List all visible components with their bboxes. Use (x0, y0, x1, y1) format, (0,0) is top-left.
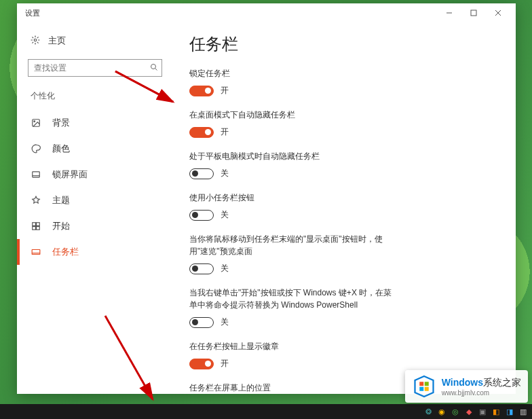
watermark: Windows系统之家 www.bjjmlv.com (405, 370, 528, 403)
svg-rect-9 (33, 172, 40, 177)
window-body: 主页 个性化 背景 颜色 (17, 22, 516, 394)
setting-label: 在任务栏按钮上显示徽章 (189, 340, 400, 352)
setting-label: 使用小任务栏按钮 (189, 192, 400, 204)
sidebar-item-colors[interactable]: 颜色 (17, 136, 173, 162)
watermark-suffix: 系统之家 (483, 377, 521, 388)
watermark-url: www.bjjmlv.com (442, 389, 521, 397)
toggle-small-buttons[interactable] (189, 210, 214, 221)
svg-point-5 (151, 65, 156, 69)
svg-rect-22 (419, 387, 423, 391)
toggle-state: 关 (221, 209, 229, 221)
setting-label: 任务栏在屏幕上的位置 (189, 382, 400, 394)
svg-rect-11 (33, 223, 36, 226)
sidebar-item-start[interactable]: 开始 (17, 213, 173, 239)
page-title: 任务栏 (189, 33, 499, 55)
gear-icon (31, 35, 40, 47)
toggle-state: 开 (221, 126, 229, 138)
toggle-state: 关 (221, 263, 229, 274)
toggle-row-small-buttons: 关 (189, 209, 499, 221)
sidebar-item-label: 背景 (52, 117, 70, 129)
search-icon (150, 63, 158, 73)
toggle-row-lock: 开 (189, 85, 499, 96)
setting-label: 锁定任务栏 (189, 67, 400, 79)
toggle-lock-taskbar[interactable] (189, 86, 214, 96)
search-input[interactable] (28, 59, 162, 77)
toggle-state: 关 (221, 316, 229, 328)
setting-label: 处于平板电脑模式时自动隐藏任务栏 (189, 150, 400, 162)
svg-rect-1 (471, 10, 476, 16)
svg-rect-15 (32, 250, 40, 255)
toggle-row-autohide-desktop: 开 (189, 126, 499, 138)
toggle-row-powershell: 关 (189, 316, 499, 328)
system-tray: ❂ ◉ ◎ ◆ ▣ ◧ ◨ ▥ (423, 407, 528, 416)
tray-icon[interactable]: ◧ (491, 407, 501, 416)
svg-point-8 (34, 121, 35, 122)
sidebar-home-label: 主页 (48, 35, 66, 47)
picture-icon (31, 118, 41, 128)
search-box (28, 59, 162, 77)
svg-point-4 (34, 39, 37, 41)
maximize-button[interactable] (461, 5, 486, 21)
window-controls (437, 5, 510, 21)
toggle-state: 关 (221, 168, 229, 179)
start-icon (31, 221, 41, 231)
svg-rect-21 (424, 382, 428, 386)
close-button[interactable] (486, 5, 510, 21)
sidebar-home[interactable]: 主页 (17, 28, 173, 54)
sidebar-item-label: 任务栏 (52, 246, 79, 258)
sidebar-item-themes[interactable]: 主题 (17, 187, 173, 213)
toggle-state: 开 (221, 358, 229, 369)
tray-icon[interactable]: ▥ (518, 407, 528, 416)
toggle-autohide-tablet[interactable] (189, 168, 214, 179)
sidebar-item-lockscreen[interactable]: 锁屏界面 (17, 162, 173, 187)
window-title: 设置 (25, 8, 40, 18)
toggle-row-autohide-tablet: 关 (189, 168, 499, 179)
taskbar-icon (31, 247, 41, 257)
settings-window: 设置 主页 (17, 3, 516, 394)
palette-icon (31, 144, 41, 153)
content-area: 任务栏 锁定任务栏 开 在桌面模式下自动隐藏任务栏 开 处于平板电脑模式时自动隐… (173, 22, 516, 394)
titlebar: 设置 (17, 3, 516, 22)
sidebar-item-background[interactable]: 背景 (17, 110, 173, 136)
lockscreen-icon (31, 170, 41, 179)
setting-label: 在桌面模式下自动隐藏任务栏 (189, 109, 400, 121)
svg-rect-20 (419, 382, 423, 386)
theme-icon (31, 196, 41, 205)
sidebar-item-label: 颜色 (52, 143, 70, 155)
windows-logo-icon (412, 374, 436, 399)
svg-line-6 (155, 69, 157, 71)
minimize-button[interactable] (437, 5, 461, 21)
tray-icon[interactable]: ◎ (451, 407, 460, 416)
toggle-badges[interactable] (189, 359, 214, 369)
svg-rect-12 (37, 223, 40, 226)
toggle-state: 开 (221, 85, 229, 96)
toggle-powershell[interactable] (189, 317, 214, 328)
toggle-peek[interactable] (189, 263, 214, 274)
tray-icon[interactable]: ◉ (437, 407, 446, 416)
taskbar[interactable]: ❂ ◉ ◎ ◆ ▣ ◧ ◨ ▥ (0, 404, 532, 419)
toggle-autohide-desktop[interactable] (189, 127, 214, 138)
toggle-row-peek: 关 (189, 263, 499, 274)
sidebar-item-label: 主题 (52, 194, 70, 206)
sidebar-section-label: 个性化 (17, 88, 173, 110)
sidebar: 主页 个性化 背景 颜色 (17, 22, 173, 394)
tray-icon[interactable]: ◆ (464, 407, 474, 416)
tray-icon[interactable]: ◨ (505, 407, 514, 416)
tray-icon[interactable]: ▣ (478, 407, 487, 416)
sidebar-item-label: 锁屏界面 (52, 168, 88, 181)
toggle-row-badges: 开 (189, 358, 499, 369)
sidebar-item-label: 开始 (52, 220, 70, 232)
svg-rect-23 (424, 387, 428, 391)
tray-icon[interactable]: ❂ (423, 407, 433, 416)
svg-rect-14 (37, 227, 40, 230)
setting-label: 当我右键单击"开始"按钮或按下 Windows 键+X 时，在菜单中将命令提示符… (189, 287, 400, 311)
sidebar-item-taskbar[interactable]: 任务栏 (17, 239, 173, 265)
watermark-brand: Windows (442, 377, 483, 388)
setting-label: 当你将鼠标移动到任务栏末端的"显示桌面"按钮时，使用"速览"预览桌面 (189, 233, 400, 257)
svg-rect-13 (33, 227, 36, 230)
